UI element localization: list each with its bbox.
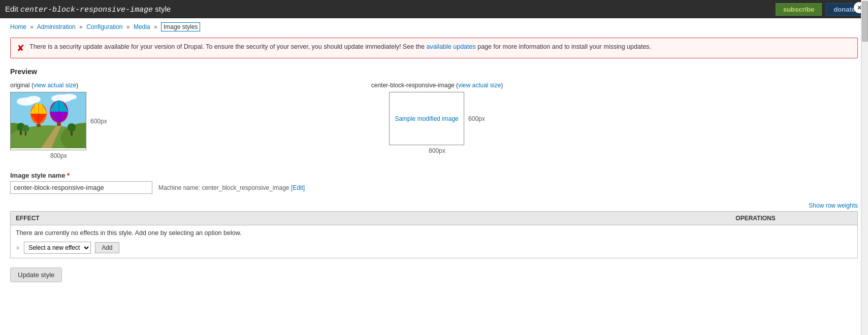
alert-text: There is a security update available for… xyxy=(29,42,651,52)
modified-image-wrapper: Sample modified image 600px xyxy=(389,92,485,145)
sample-modified-image-link[interactable]: Sample modified image xyxy=(395,115,458,122)
image-style-name-row: Machine name: center_block_responsive_im… xyxy=(10,181,858,194)
original-preview: original (view actual size) xyxy=(10,82,107,159)
breadcrumb: Home » Administration » Configuration » … xyxy=(0,18,868,34)
alert-message-after: page for more information and to install… xyxy=(476,43,651,50)
modified-width-px: 800px xyxy=(429,147,445,154)
effects-table-body-row: There are currently no effects in this s… xyxy=(11,225,858,258)
original-label: original (view actual size) xyxy=(10,82,78,89)
show-row-weights-link[interactable]: Show row weights xyxy=(809,202,858,209)
original-width-px: 800px xyxy=(50,152,67,159)
show-row-weights-container: Show row weights xyxy=(10,202,858,209)
title-prefix: Edit xyxy=(5,5,20,13)
svg-point-11 xyxy=(22,125,29,132)
no-effects-message: There are currently no effects in this s… xyxy=(16,229,852,237)
operations-col-header: OPERATIONS xyxy=(730,212,857,225)
available-updates-link[interactable]: available updates xyxy=(426,43,475,50)
image-style-name-label: Image style name * xyxy=(10,172,858,179)
modified-view-actual-size-link[interactable]: view actual size xyxy=(458,82,501,89)
scrollbar-track[interactable] xyxy=(861,0,868,292)
effects-section: Show row weights EFFECT OPERATIONS There… xyxy=(10,202,858,258)
image-style-name-input[interactable] xyxy=(10,181,152,194)
svg-rect-25 xyxy=(57,123,61,126)
effects-table: EFFECT OPERATIONS There are currently no… xyxy=(10,211,858,258)
original-height-px: 600px xyxy=(90,118,107,125)
breadcrumb-administration[interactable]: Administration xyxy=(37,23,76,30)
main-content: Preview original (view actual size) xyxy=(0,62,868,292)
effect-col-header: EFFECT xyxy=(11,212,731,225)
breadcrumb-media[interactable]: Media xyxy=(134,23,150,30)
modified-height-px: 600px xyxy=(468,115,485,122)
subscribe-button[interactable]: subscribe xyxy=(776,3,822,16)
preview-title: Preview xyxy=(10,68,858,76)
svg-rect-18 xyxy=(37,124,41,127)
svg-point-13 xyxy=(68,123,76,131)
breadcrumb-home[interactable]: Home xyxy=(10,23,26,30)
alert-message-before: There is a security update available for… xyxy=(29,43,426,50)
security-alert: ✘ There is a security update available f… xyxy=(10,38,858,58)
preview-section: original (view actual size) xyxy=(10,82,858,159)
top-bar-buttons: subscribe donate xyxy=(776,3,863,16)
scrollbar-thumb[interactable] xyxy=(862,1,868,42)
effects-table-body-cell: There are currently no effects in this s… xyxy=(11,225,858,258)
update-style-button[interactable]: Update style xyxy=(10,267,62,282)
top-bar: Edit center-block-responsive-image style… xyxy=(0,0,868,18)
original-image-svg xyxy=(11,92,86,148)
machine-name-edit-link[interactable]: [Edit] xyxy=(291,184,305,191)
effects-table-header-row: EFFECT OPERATIONS xyxy=(11,212,858,225)
original-view-actual-size-link[interactable]: view actual size xyxy=(34,82,76,89)
modified-image-box: Sample modified image xyxy=(389,92,464,145)
original-image-wrapper: 600px xyxy=(10,92,107,150)
image-style-name-section: Image style name * Machine name: center_… xyxy=(10,172,858,194)
modified-label: center-block-responsive-image (view actu… xyxy=(371,82,503,89)
select-new-effect-dropdown[interactable]: Select a new effect xyxy=(24,242,91,254)
title-italic: center-block-responsive-image xyxy=(20,6,153,14)
modified-preview: center-block-responsive-image (view actu… xyxy=(371,82,503,154)
original-image-box xyxy=(10,92,86,150)
drag-handle-icon: + xyxy=(16,244,20,252)
svg-point-2 xyxy=(26,96,41,103)
breadcrumb-configuration[interactable]: Configuration xyxy=(86,23,122,30)
alert-icon: ✘ xyxy=(17,43,24,54)
machine-name-text: Machine name: center_block_responsive_im… xyxy=(158,184,305,191)
required-marker: * xyxy=(67,172,70,179)
add-effect-row: + Select a new effect Add xyxy=(16,242,852,254)
add-effect-button[interactable]: Add xyxy=(95,242,119,253)
page-title: Edit center-block-responsive-image style xyxy=(5,5,171,14)
svg-point-4 xyxy=(61,94,77,100)
title-suffix: style xyxy=(153,5,171,13)
breadcrumb-current: Image styles xyxy=(161,22,200,31)
